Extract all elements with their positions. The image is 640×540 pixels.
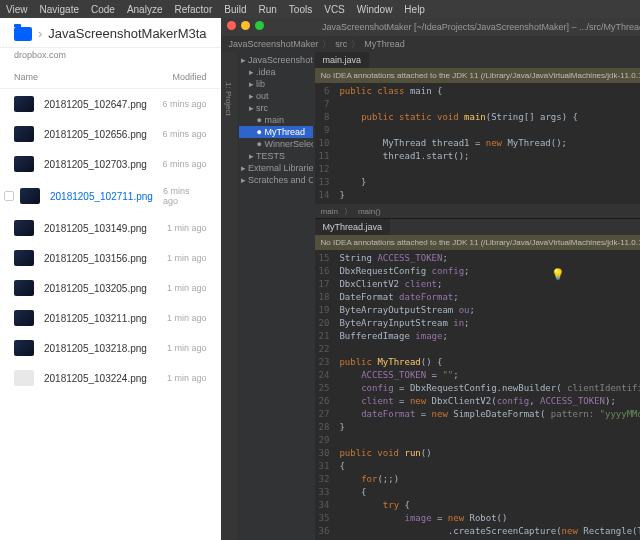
thumbnail [14,156,34,172]
tool-project-label[interactable]: 1: Project [224,82,233,116]
menu-vcs[interactable]: VCS [324,4,345,15]
ide-navbar: JavaScreenshotMaker〉src〉MyThread ⚒ main … [221,36,640,52]
dropbox-header: › JavaScreenshotMakerM3ta [0,18,221,48]
project-tree[interactable]: ▸ JavaScreenshotMa▸ .idea▸ lib▸ out▸ src… [237,52,315,540]
file-row[interactable]: 20181205_103218.png1 min ago [0,333,221,363]
menu-run[interactable]: Run [259,4,277,15]
menu-code[interactable]: Code [91,4,115,15]
tree-item[interactable]: ▸ src [239,102,313,114]
file-row[interactable]: 20181205_103205.png1 min ago [0,273,221,303]
folder-icon [14,27,32,41]
tree-item[interactable]: ● WinnerSelect [239,138,313,150]
editor-split: main.java No IDEA annotations attached t… [315,52,640,540]
macos-menubar: ViewNavigateCodeAnalyzeRefactorBuildRunT… [0,0,640,18]
tree-item[interactable]: ▸ External Libraries [239,162,313,174]
minimize-window-icon[interactable] [241,21,250,30]
editor-area: main.java No IDEA annotations attached t… [315,52,640,540]
file-name[interactable]: 20181205_102647.png [44,99,153,110]
file-list[interactable]: 20181205_102647.png6 mins ago20181205_10… [0,89,221,540]
warning-text: No IDEA annotations attached to the JDK … [321,71,640,80]
gutter-bottom: 1516171819202122232425262728293031323334… [315,250,336,540]
tree-item[interactable]: ● main [239,114,313,126]
thumbnail [20,188,40,204]
menu-build[interactable]: Build [224,4,246,15]
intention-bulb-icon[interactable]: 💡 [551,268,565,281]
file-name[interactable]: 20181205_103205.png [44,283,157,294]
thumbnail [14,250,34,266]
file-row[interactable]: 20181205_103211.png1 min ago [0,303,221,333]
file-row[interactable]: 20181205_102647.png6 mins ago [0,89,221,119]
code-bottom[interactable]: String ACCESS_TOKEN;DbxRequestConfig con… [335,250,640,540]
window-controls [227,21,264,30]
file-name[interactable]: 20181205_102711.png [50,191,153,202]
chevron-right-icon: › [38,26,42,41]
file-name[interactable]: 20181205_102656.png [44,129,153,140]
breadcrumb-folder[interactable]: JavaScreenshotMakerM3ta [48,26,206,41]
tree-item[interactable]: ▸ JavaScreenshotMa [239,54,313,66]
nav-breadcrumb[interactable]: JavaScreenshotMaker〉src〉MyThread [229,38,405,51]
file-name[interactable]: 20181205_103218.png [44,343,157,354]
thumbnail [14,340,34,356]
file-row[interactable]: 20181205_102656.png6 mins ago [0,119,221,149]
ide-body: 1: Project ▸ JavaScreenshotMa▸ .idea▸ li… [221,52,640,540]
tree-item[interactable]: ▸ out [239,90,313,102]
editor-crumb[interactable]: main [321,207,338,216]
editor-breadcrumb-top[interactable]: main〉main() [315,204,640,218]
nav-crumb[interactable]: src [335,39,347,49]
file-time: 6 mins ago [163,159,207,169]
tab-main-java[interactable]: main.java [315,52,370,68]
tab-mythread-java[interactable]: MyThread.java [315,219,391,235]
menu-refactor[interactable]: Refactor [174,4,212,15]
editor-tabs-bottom: MyThread.java [315,219,640,235]
code-top[interactable]: public class main { public static void m… [335,83,640,204]
thumbnail [14,220,34,236]
tree-item[interactable]: ▸ lib [239,78,313,90]
file-name[interactable]: 20181205_103156.png [44,253,157,264]
file-name[interactable]: 20181205_103149.png [44,223,157,234]
menu-view[interactable]: View [6,4,28,15]
file-row[interactable]: 20181205_103156.png1 min ago [0,243,221,273]
editor-crumb[interactable]: main() [358,207,381,216]
file-name[interactable]: 20181205_102703.png [44,159,153,170]
file-row[interactable]: 20181205_103149.png1 min ago [0,213,221,243]
file-time: 1 min ago [167,373,207,383]
gutter-top: 67891011121314 [315,83,336,204]
warning-text: No IDEA annotations attached to the JDK … [321,238,640,247]
source-label: dropbox.com [0,48,221,66]
warning-bar-bottom: No IDEA annotations attached to the JDK … [315,235,640,250]
file-time: 6 mins ago [163,129,207,139]
tree-item[interactable]: ▸ Scratches and Con [239,174,313,186]
dropbox-panel: › JavaScreenshotMakerM3ta dropbox.com Na… [0,18,221,540]
menu-window[interactable]: Window [357,4,393,15]
close-window-icon[interactable] [227,21,236,30]
column-modified[interactable]: Modified [173,72,207,82]
file-row[interactable]: 20181205_102703.png6 mins ago [0,149,221,179]
file-row[interactable]: 20181205_103224.png1 min ago [0,363,221,393]
tree-item[interactable]: ● MyThread [239,126,313,138]
checkbox[interactable] [4,191,14,201]
menu-tools[interactable]: Tools [289,4,312,15]
file-name[interactable]: 20181205_103211.png [44,313,157,324]
thumbnail [14,280,34,296]
nav-crumb[interactable]: JavaScreenshotMaker [229,39,319,49]
file-time: 6 mins ago [163,99,207,109]
file-time: 1 min ago [167,253,207,263]
file-name[interactable]: 20181205_103224.png [44,373,157,384]
menu-help[interactable]: Help [404,4,425,15]
nav-crumb[interactable]: MyThread [364,39,405,49]
code-area-top[interactable]: 67891011121314 public class main { publi… [315,83,640,204]
zoom-window-icon[interactable] [255,21,264,30]
code-area-bottom[interactable]: 1516171819202122232425262728293031323334… [315,250,640,540]
menu-analyze[interactable]: Analyze [127,4,163,15]
menu-navigate[interactable]: Navigate [40,4,79,15]
tree-item[interactable]: ▸ TESTS [239,150,313,162]
file-time: 6 mins ago [163,186,207,206]
file-row[interactable]: 20181205_102711.png6 mins ago [0,179,221,213]
file-time: 1 min ago [167,313,207,323]
breadcrumb[interactable]: › JavaScreenshotMakerM3ta [14,26,207,41]
tree-item[interactable]: ▸ .idea [239,66,313,78]
thumbnail [14,370,34,386]
file-time: 1 min ago [167,223,207,233]
column-name[interactable]: Name [14,72,38,82]
main-area: › JavaScreenshotMakerM3ta dropbox.com Na… [0,18,640,540]
